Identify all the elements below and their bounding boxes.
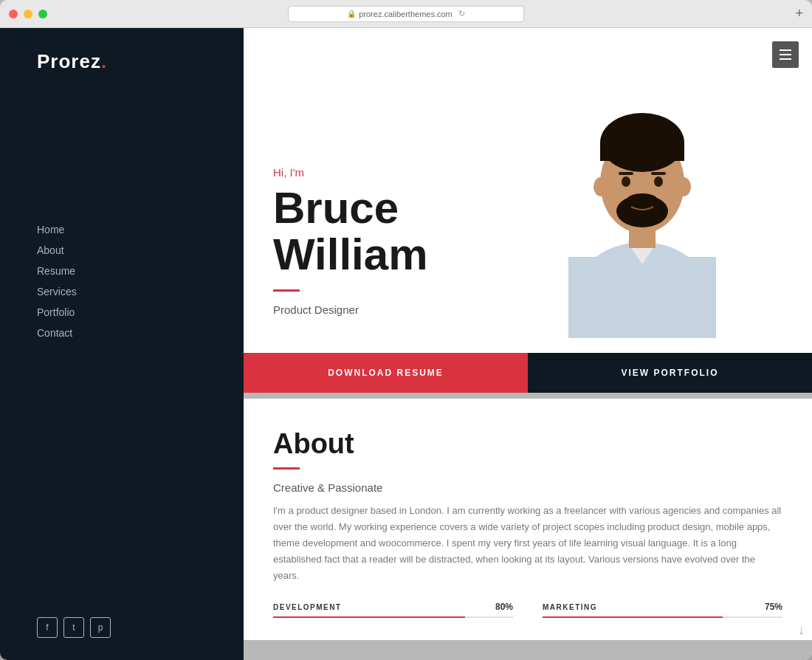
skill-marketing-label: MARKETING [543, 603, 597, 611]
close-button[interactable] [9, 10, 18, 18]
maximize-button[interactable] [38, 10, 47, 18]
download-resume-button[interactable]: DOWNLOAD RESUME [244, 353, 528, 393]
skill-development-pct: 80% [495, 602, 513, 612]
about-title: About [273, 428, 782, 460]
nav-item-resume[interactable]: Resume [37, 262, 244, 280]
hero-divider [273, 289, 300, 292]
about-section: About Creative & Passionate I'm a produc… [244, 399, 812, 640]
skill-development: DEVELOPMENT 80% [273, 602, 513, 618]
nav-item-portfolio[interactable]: Portfolio [37, 303, 244, 321]
skill-header: DEVELOPMENT 80% [273, 602, 513, 612]
sidebar-navigation: Home About Resume Services Portfolio Con… [0, 221, 244, 342]
twitter-icon[interactable]: t [63, 617, 84, 638]
sidebar: Prorez. Home About Resume Services Portf… [0, 28, 244, 660]
mac-window: 🔒 prorez.caliberthemes.com ↻ + Prorez. H… [0, 0, 812, 660]
logo-dot: . [101, 50, 107, 72]
url-text: prorez.caliberthemes.com [359, 10, 453, 18]
about-body: I'm a product designer based in London. … [273, 503, 782, 584]
hamburger-line [780, 58, 791, 60]
about-divider [273, 467, 300, 470]
facebook-icon[interactable]: f [37, 617, 58, 638]
hero-name-line1: Bruce [273, 183, 399, 233]
pinterest-icon[interactable]: p [90, 617, 111, 638]
url-bar[interactable]: 🔒 prorez.caliberthemes.com ↻ [288, 6, 524, 22]
minimize-button[interactable] [24, 10, 32, 18]
nav-item-contact[interactable]: Contact [37, 324, 244, 342]
mac-titlebar: 🔒 prorez.caliberthemes.com ↻ + [0, 0, 812, 28]
hamburger-menu-button[interactable] [772, 41, 799, 68]
logo-text: Prorez. [37, 50, 107, 72]
lock-icon: 🔒 [347, 10, 356, 18]
skill-marketing-bar-bg [543, 616, 782, 618]
skill-marketing-pct: 75% [765, 602, 782, 612]
scroll-indicator: ↓ [798, 622, 805, 638]
hero-name-line2: William [273, 230, 428, 279]
new-tab-button[interactable]: + [795, 6, 803, 21]
hero-section: Hi, I'm Bruce William Product Designer [244, 28, 812, 353]
skill-header: MARKETING 75% [543, 602, 782, 612]
about-subtitle: Creative & Passionate [273, 481, 782, 494]
skill-development-bar-bg [273, 616, 513, 618]
view-portfolio-button[interactable]: VIEW PORTFOLIO [528, 353, 812, 393]
skills-row: DEVELOPMENT 80% MARKETING 75% [273, 602, 782, 618]
skill-development-label: DEVELOPMENT [273, 603, 342, 611]
hero-job-title: Product Designer [273, 303, 782, 316]
skill-marketing: MARKETING 75% [543, 602, 782, 618]
mac-content: Prorez. Home About Resume Services Portf… [0, 28, 812, 660]
cta-buttons: DOWNLOAD RESUME VIEW PORTFOLIO [244, 353, 812, 393]
skill-marketing-bar-fill [543, 616, 723, 618]
hero-greeting: Hi, I'm [273, 166, 782, 179]
hero-text: Hi, I'm Bruce William Product Designer [244, 137, 812, 353]
site-logo: Prorez. [0, 50, 244, 73]
hamburger-line [780, 49, 791, 51]
refresh-icon[interactable]: ↻ [458, 9, 465, 18]
main-content: Hi, I'm Bruce William Product Designer [244, 28, 812, 660]
hero-name: Bruce William [273, 185, 782, 278]
social-links: f t p [37, 617, 111, 638]
skill-development-bar-fill [273, 616, 465, 618]
hamburger-line [780, 54, 791, 55]
nav-item-services[interactable]: Services [37, 283, 244, 300]
nav-item-about[interactable]: About [37, 241, 244, 259]
nav-item-home[interactable]: Home [37, 221, 244, 238]
